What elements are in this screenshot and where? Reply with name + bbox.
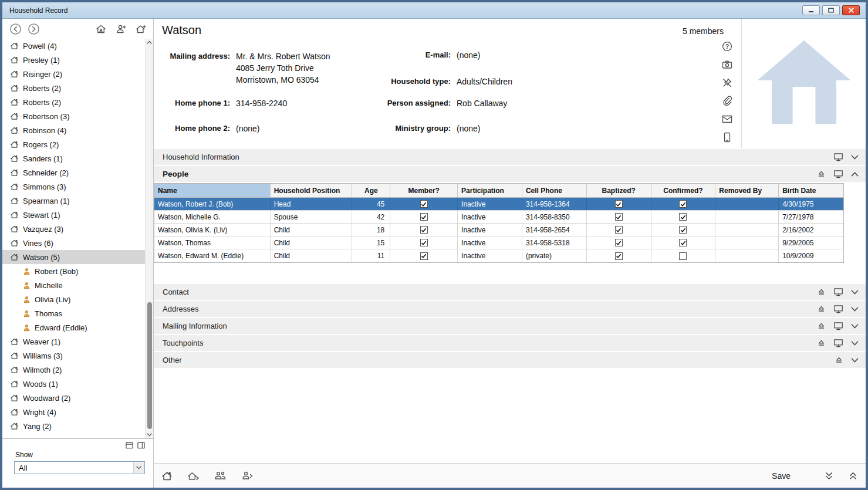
sidebar-household-item[interactable]: Risinger (2) <box>2 67 145 81</box>
sidebar-household-item[interactable]: Yang (2) <box>2 419 145 433</box>
chevron-down-icon[interactable] <box>851 155 859 160</box>
sidebar-household-item[interactable]: Weaver (1) <box>2 334 145 349</box>
section-other[interactable]: Other <box>154 352 866 368</box>
phone-icon[interactable] <box>722 132 732 143</box>
scroll-down-icon[interactable] <box>146 433 153 437</box>
column-header-member[interactable]: Member? <box>390 184 458 197</box>
sidebar-member-item[interactable]: Edward (Eddie) <box>2 320 145 334</box>
people-table-row[interactable]: Watson, Edward M. (Eddie)Child11Inactive… <box>154 249 843 262</box>
household-view-icon[interactable] <box>96 24 106 34</box>
chevron-down-icon[interactable] <box>851 307 859 312</box>
household-photo[interactable] <box>741 19 866 148</box>
checked-checkbox[interactable] <box>420 200 428 208</box>
people-table-row[interactable]: Watson, ThomasChild15Inactive314-958-531… <box>154 236 843 249</box>
household-icon[interactable] <box>161 471 173 481</box>
sidebar-household-item[interactable]: Woodward (2) <box>2 391 145 405</box>
sidebar-household-item[interactable]: Wright (4) <box>2 405 145 419</box>
eject-icon[interactable] <box>817 288 826 296</box>
chevron-up-icon[interactable] <box>851 172 859 177</box>
sidebar-household-item[interactable]: Schneider (2) <box>2 165 145 180</box>
minimize-button[interactable] <box>802 5 820 15</box>
checked-checkbox[interactable] <box>420 226 428 234</box>
monitor-icon[interactable] <box>833 153 843 161</box>
monitor-icon[interactable] <box>833 170 843 178</box>
email-icon[interactable] <box>722 114 732 124</box>
save-button[interactable]: Save <box>772 471 791 481</box>
panel-split-icon[interactable] <box>137 442 145 449</box>
sidebar-household-item[interactable]: Vazquez (3) <box>2 222 145 236</box>
attachment-icon[interactable] <box>722 96 732 106</box>
titlebar[interactable]: Household Record <box>2 2 866 19</box>
column-header-household-position[interactable]: Household Position <box>271 184 353 197</box>
camera-icon[interactable] <box>722 59 732 70</box>
chevron-down-icon[interactable] <box>851 341 859 346</box>
close-button[interactable] <box>842 5 860 15</box>
column-header-baptized[interactable]: Baptized? <box>587 184 651 197</box>
sidebar-household-item[interactable]: Watson (5) <box>2 250 145 264</box>
eject-icon[interactable] <box>817 305 826 313</box>
pin-icon[interactable] <box>722 77 732 88</box>
checked-checkbox[interactable] <box>679 226 687 234</box>
column-header-removed-by[interactable]: Removed By <box>715 184 779 197</box>
chevron-down-icon[interactable] <box>851 290 859 295</box>
show-filter-dropdown[interactable]: All <box>14 461 145 474</box>
sidebar-household-item[interactable]: Williams (3) <box>2 349 145 363</box>
monitor-icon[interactable] <box>833 339 843 347</box>
expand-all-icon[interactable] <box>825 472 833 480</box>
checked-checkbox[interactable] <box>420 239 428 246</box>
collapse-all-icon[interactable] <box>849 472 857 480</box>
checked-checkbox[interactable] <box>615 226 623 234</box>
forward-button[interactable] <box>28 23 40 35</box>
add-household-icon[interactable] <box>136 24 146 34</box>
checked-checkbox[interactable] <box>615 239 623 246</box>
back-button[interactable] <box>9 23 22 35</box>
checked-checkbox[interactable] <box>420 213 428 221</box>
sidebar-household-item[interactable]: Robertson (3) <box>2 109 145 123</box>
checked-checkbox[interactable] <box>615 213 623 221</box>
checked-checkbox[interactable] <box>679 239 687 246</box>
checked-checkbox[interactable] <box>615 252 623 260</box>
eject-icon[interactable] <box>817 339 826 347</box>
sidebar-household-item[interactable]: Robinson (4) <box>2 123 145 137</box>
goto-household-icon[interactable] <box>187 471 200 481</box>
eject-icon[interactable] <box>835 356 843 364</box>
people-icon[interactable] <box>214 471 227 481</box>
sidebar-household-item[interactable]: Powell (4) <box>2 39 145 53</box>
column-header-name[interactable]: Name <box>154 184 271 197</box>
sidebar-household-item[interactable]: Simmons (3) <box>2 180 145 194</box>
checked-checkbox[interactable] <box>679 213 687 221</box>
sidebar-household-item[interactable]: Rogers (2) <box>2 137 145 151</box>
chevron-down-icon[interactable] <box>133 462 144 473</box>
sidebar-household-item[interactable]: Spearman (1) <box>2 194 145 208</box>
eject-icon[interactable] <box>817 170 826 178</box>
sidebar-household-item[interactable]: Vines (6) <box>2 236 145 250</box>
chevron-down-icon[interactable] <box>851 358 859 363</box>
sidebar-household-item[interactable]: Presley (1) <box>2 53 145 67</box>
column-header-age[interactable]: Age <box>352 184 390 197</box>
section-household-information[interactable]: Household Information <box>154 149 866 165</box>
eject-icon[interactable] <box>817 322 826 330</box>
column-header-cell-phone[interactable]: Cell Phone <box>522 184 587 197</box>
column-header-confirmed[interactable]: Confirmed? <box>651 184 716 197</box>
sidebar-household-item[interactable]: Woods (1) <box>2 377 145 391</box>
checked-checkbox[interactable] <box>615 200 623 208</box>
sidebar-member-item[interactable]: Robert (Bob) <box>2 264 145 278</box>
sidebar-scrollbar[interactable] <box>145 39 153 438</box>
panel-layout-icon[interactable] <box>126 442 133 449</box>
column-header-participation[interactable]: Participation <box>458 184 522 197</box>
monitor-icon[interactable] <box>833 305 843 313</box>
section-mailing-information[interactable]: Mailing Information <box>154 318 866 334</box>
people-table-row[interactable]: Watson, Michelle G.Spouse42Inactive314-9… <box>154 211 843 224</box>
people-table-row[interactable]: Watson, Olivia K. (Liv)Child18Inactive31… <box>154 224 843 236</box>
sidebar-household-item[interactable]: Wilmoth (2) <box>2 363 145 377</box>
monitor-icon[interactable] <box>833 288 843 296</box>
add-person-icon[interactable] <box>116 24 126 34</box>
goto-person-icon[interactable] <box>241 471 254 481</box>
people-table-row[interactable]: Watson, Robert J. (Bob)Head45Inactive314… <box>154 198 843 211</box>
maximize-button[interactable] <box>822 5 840 15</box>
scroll-thumb[interactable] <box>147 302 152 429</box>
sidebar-member-item[interactable]: Michelle <box>2 278 145 292</box>
sidebar-member-item[interactable]: Olivia (Liv) <box>2 292 145 306</box>
monitor-icon[interactable] <box>833 322 843 330</box>
chevron-down-icon[interactable] <box>851 324 859 329</box>
